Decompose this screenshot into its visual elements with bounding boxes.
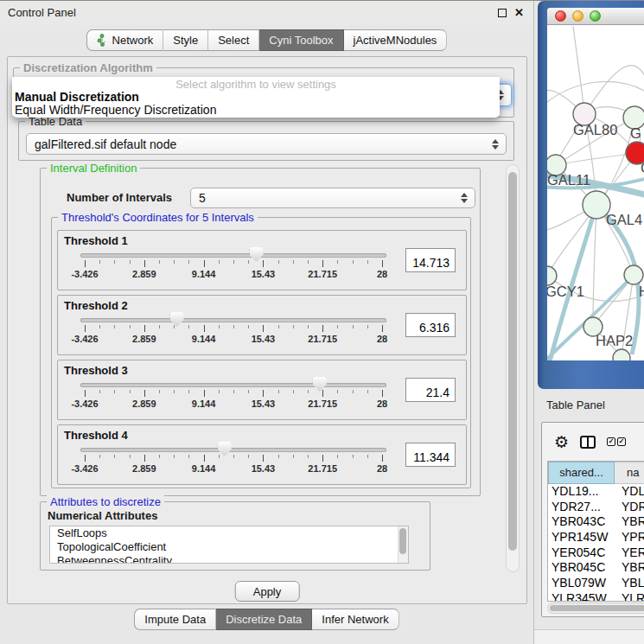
- threshold-3-slider[interactable]: -3.4262.8599.14415.4321.71528: [80, 379, 386, 418]
- slider-tick: [353, 390, 354, 393]
- table-cell[interactable]: YPR1: [615, 530, 644, 545]
- column-header-name[interactable]: na: [615, 462, 644, 484]
- slider-tick: [293, 390, 294, 393]
- table-toolbar: ⚙ ✓ ✓: [542, 423, 644, 461]
- slider-thumb[interactable]: [250, 247, 264, 262]
- bottom-strip: [534, 629, 644, 644]
- table-cell[interactable]: YPR145W: [548, 530, 615, 545]
- network-canvas[interactable]: GAL80GCGAL11GAL4GCY1HHAP2: [547, 26, 644, 360]
- table-cell[interactable]: YBL0: [615, 576, 644, 591]
- threshold-1-value-field[interactable]: [405, 248, 456, 272]
- slider-tick: [174, 455, 175, 458]
- table-cell[interactable]: YDR27...: [548, 500, 615, 515]
- tab-label: Network: [112, 30, 154, 51]
- table-cell[interactable]: YDL19...: [548, 484, 615, 500]
- tab-label: Infer Network: [322, 609, 388, 630]
- slider-tick: [367, 325, 368, 328]
- slider-thumb[interactable]: [313, 377, 327, 392]
- top-tab-bar: Network Style Select Cyni Toolbox jActiv…: [0, 29, 533, 51]
- list-item[interactable]: BetweennessCentrality: [50, 554, 408, 564]
- tab-select[interactable]: Select: [208, 29, 259, 51]
- minimize-traffic-light[interactable]: [572, 10, 583, 22]
- number-of-intervals-combobox[interactable]: 5: [190, 188, 475, 208]
- list-scrollbar[interactable]: [398, 526, 408, 563]
- tab-jactivemnodules[interactable]: jActiveMNodules: [344, 29, 448, 51]
- float-window-icon[interactable]: [498, 9, 507, 17]
- dropdown-hint-item[interactable]: Select algorithm to view settings: [12, 79, 500, 91]
- table-cell[interactable]: YLR345W: [548, 591, 615, 602]
- network-node[interactable]: [547, 266, 557, 285]
- table-row[interactable]: YDL19...YDL1: [548, 484, 644, 500]
- list-item[interactable]: TopologicalCoefficient: [50, 540, 408, 554]
- dropdown-option-equal-width-frequency[interactable]: Equal Width/Frequency Discretization: [12, 104, 500, 117]
- table-horizontal-scrollbar[interactable]: [547, 603, 644, 614]
- checkbox-icon[interactable]: ✓: [607, 437, 615, 446]
- tab-cyni-toolbox[interactable]: Cyni Toolbox: [259, 29, 343, 51]
- slider-tick: [144, 390, 145, 397]
- slider-tick: [219, 325, 220, 328]
- table-cell[interactable]: YBR043C: [548, 514, 615, 530]
- table-cell[interactable]: YER0: [615, 545, 644, 561]
- tab-network[interactable]: Network: [86, 29, 164, 51]
- slider-tick: [204, 325, 205, 332]
- network-window[interactable]: GAL80GCGAL11GAL4GCY1HHAP2: [538, 1, 644, 389]
- slider-tick: [219, 455, 220, 458]
- table-header-row: shared... na: [548, 462, 644, 484]
- scrollbar-thumb[interactable]: [508, 172, 517, 551]
- close-traffic-light[interactable]: [555, 10, 566, 22]
- network-window-titlebar: [547, 8, 644, 25]
- slider-thumb[interactable]: [218, 442, 232, 456]
- table-row[interactable]: YDR27...YDR2: [548, 500, 644, 515]
- tab-style[interactable]: Style: [163, 29, 208, 51]
- threshold-1-slider[interactable]: -3.4262.8599.14415.4321.71528: [80, 250, 386, 288]
- close-icon[interactable]: ✕: [514, 6, 524, 19]
- table-cell[interactable]: YBR0: [615, 560, 644, 576]
- table-data-combobox[interactable]: galFiltered.sif default node: [26, 133, 507, 155]
- table-row[interactable]: YLR345WYLR3: [548, 591, 644, 602]
- threshold-4-slider[interactable]: -3.4262.8599.14415.4321.71528: [80, 444, 386, 482]
- threshold-1-panel: Threshold 1 -3.4262.8599.14415.4321.7152…: [57, 230, 467, 290]
- slider-tick: [130, 455, 131, 458]
- table-cell[interactable]: YBR045C: [548, 560, 615, 576]
- slider-tick: [130, 390, 131, 393]
- split-columns-icon[interactable]: [580, 436, 596, 449]
- scrollbar-thumb[interactable]: [399, 528, 406, 554]
- slider-tick: [367, 455, 368, 458]
- tab-infer-network[interactable]: Infer Network: [312, 609, 399, 630]
- table-cell[interactable]: YER054C: [548, 545, 615, 561]
- slider-thumb[interactable]: [170, 312, 184, 327]
- table-cell[interactable]: YBR0: [615, 514, 644, 530]
- panel-vertical-scrollbar[interactable]: [506, 164, 520, 572]
- threshold-2-value-field[interactable]: [405, 313, 456, 337]
- numerical-attributes-list[interactable]: SelfLoopsTopologicalCoefficientBetweenne…: [49, 526, 409, 564]
- network-node[interactable]: [613, 349, 630, 360]
- slider-tick-label: 2.859: [132, 399, 156, 409]
- select-columns-icons[interactable]: ✓ ✓: [607, 437, 626, 446]
- zoom-traffic-light[interactable]: [590, 10, 601, 22]
- network-node[interactable]: [624, 265, 643, 284]
- scrollbar-thumb[interactable]: [550, 605, 644, 611]
- threshold-4-value-field[interactable]: [405, 443, 456, 467]
- checkbox-icon[interactable]: ✓: [617, 437, 626, 446]
- table-row[interactable]: YPR145WYPR1: [548, 530, 644, 545]
- list-item[interactable]: SelfLoops: [50, 526, 408, 540]
- combo-value: 5: [199, 191, 206, 205]
- table-row[interactable]: YER054CYER0: [548, 545, 644, 561]
- table-cell[interactable]: YBL079W: [548, 576, 615, 591]
- apply-button[interactable]: Apply: [235, 581, 300, 602]
- table-row[interactable]: YBR045CYBR0: [548, 560, 644, 576]
- tab-discretize-data[interactable]: Discretize Data: [216, 609, 312, 630]
- tab-impute-data[interactable]: Impute Data: [134, 609, 216, 630]
- slider-tick: [114, 325, 115, 328]
- table-cell[interactable]: YDL1: [615, 484, 644, 500]
- table-row[interactable]: YBR043CYBR0: [548, 514, 644, 530]
- gear-icon[interactable]: ⚙: [554, 434, 569, 450]
- threshold-2-slider[interactable]: -3.4262.8599.14415.4321.71528: [80, 315, 386, 353]
- table-row[interactable]: YBL079WYBL0: [548, 576, 644, 591]
- table-cell[interactable]: YDR2: [615, 500, 644, 515]
- threshold-3-value-field[interactable]: [405, 378, 456, 402]
- table-cell[interactable]: YLR3: [615, 591, 644, 602]
- slider-tick-label: -3.426: [71, 334, 98, 344]
- dropdown-option-manual-discretization[interactable]: Manual Discretization: [12, 91, 500, 104]
- column-header-shared[interactable]: shared...: [548, 462, 615, 484]
